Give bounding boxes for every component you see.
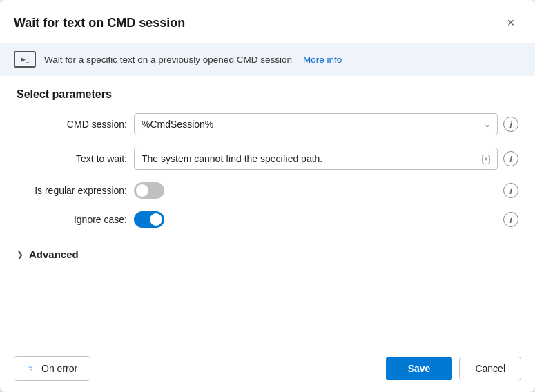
footer: ☜ On error Save Cancel	[0, 346, 535, 392]
form-content: Select parameters CMD session: %CmdSessi…	[0, 76, 535, 340]
footer-actions: Save Cancel	[386, 357, 521, 380]
save-button[interactable]: Save	[386, 357, 453, 380]
ignore-case-toggle[interactable]	[134, 211, 164, 228]
close-button[interactable]: ×	[500, 12, 521, 33]
text-to-wait-label: Text to wait:	[17, 153, 127, 164]
ignore-case-info-button[interactable]: i	[503, 212, 518, 227]
advanced-chevron-icon: ❯	[17, 250, 23, 259]
is-regular-expression-info-button[interactable]: i	[503, 183, 518, 198]
advanced-label: Advanced	[29, 248, 79, 260]
is-regular-expression-row: Is regular expression: i	[17, 182, 518, 199]
shield-icon: ☜	[27, 362, 36, 375]
dialog-title: Wait for text on CMD session	[14, 16, 185, 30]
is-regular-expression-label: Is regular expression:	[17, 185, 127, 196]
more-info-link[interactable]: More info	[303, 55, 342, 65]
cmd-session-label: CMD session:	[17, 119, 127, 130]
cmd-session-control: %CmdSession% ⌄ i	[134, 113, 518, 135]
text-to-wait-info-button[interactable]: i	[503, 151, 518, 166]
cancel-button[interactable]: Cancel	[459, 357, 521, 380]
info-banner: Wait for a specific text on a previously…	[0, 43, 535, 76]
ignore-case-control: i	[134, 211, 518, 228]
is-regular-expression-control: i	[134, 182, 518, 199]
banner-text: Wait for a specific text on a previously…	[44, 55, 292, 65]
section-title: Select parameters	[17, 88, 518, 101]
title-bar: Wait for text on CMD session ×	[0, 0, 535, 43]
toggle-slider	[134, 182, 164, 199]
on-error-label: On error	[41, 363, 77, 374]
text-to-wait-input[interactable]	[134, 148, 498, 170]
cmd-session-select[interactable]: %CmdSession%	[134, 113, 498, 135]
text-to-wait-control: {x} i	[134, 148, 518, 170]
on-error-button[interactable]: ☜ On error	[14, 356, 90, 381]
cmd-session-row: CMD session: %CmdSession% ⌄ i	[17, 113, 518, 135]
cmd-session-select-wrapper: %CmdSession% ⌄	[134, 113, 498, 135]
advanced-section[interactable]: ❯ Advanced	[17, 240, 518, 260]
cmd-icon	[14, 51, 36, 68]
ignore-case-toggle-wrap	[134, 211, 164, 228]
toggle-slider-on	[134, 211, 164, 228]
cmd-session-info-button[interactable]: i	[503, 117, 518, 132]
text-to-wait-row: Text to wait: {x} i	[17, 148, 518, 170]
text-to-wait-input-wrap: {x}	[134, 148, 498, 170]
ignore-case-label: Ignore case:	[17, 214, 127, 225]
is-regular-expression-toggle[interactable]	[134, 182, 164, 199]
ignore-case-row: Ignore case: i	[17, 211, 518, 228]
dialog: Wait for text on CMD session × Wait for …	[0, 0, 535, 392]
is-regular-expression-toggle-wrap	[134, 182, 164, 199]
